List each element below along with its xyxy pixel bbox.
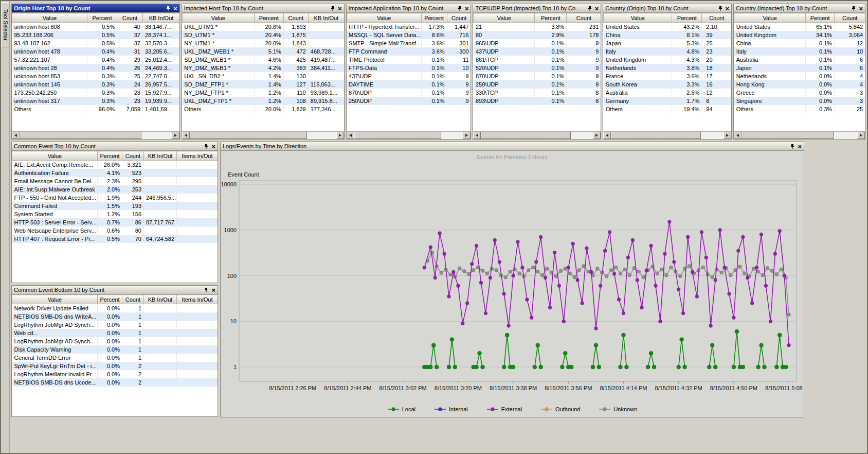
column-header[interactable]: KB In/Out [144, 295, 177, 304]
table-row[interactable]: 173.250.242.2500.3%2315,927.9... [12, 89, 179, 97]
scrollbar-track[interactable] [742, 132, 857, 139]
table-row[interactable]: United States65.1%5,842 [734, 23, 865, 31]
table-row[interactable]: Japan0.1%6 [734, 64, 865, 72]
table-row[interactable]: Others96.0%7,0591,481,59... [12, 105, 179, 113]
table-row[interactable]: 330\TCP0.1%8 [474, 89, 601, 97]
scrollbar-thumb[interactable] [742, 132, 834, 139]
table-row[interactable]: unknown host 4780.4%3133,205.6... [12, 47, 179, 56]
table-row[interactable]: LogRhythm Mediator Invalid Pr...0.0%2 [12, 370, 218, 378]
common-event-bottom-titlebar[interactable]: Common Event Bottom 10 by Count × [12, 286, 218, 294]
column-header[interactable]: Percent [421, 13, 447, 23]
table-row[interactable]: Germany1.7%8 [604, 97, 731, 105]
table-row[interactable]: 93.48.107.1620.5%3732,570.3... [12, 39, 179, 47]
table-row[interactable]: Hong Kong0.0%4 [734, 80, 865, 89]
scroll-right-button[interactable] [172, 132, 179, 139]
scrollbar-thumb[interactable] [481, 132, 570, 139]
table-row[interactable]: NY_UTM1 *20.0%1,843 [182, 39, 343, 47]
pin-icon[interactable] [330, 6, 335, 11]
legend-item-external[interactable]: External [486, 406, 522, 412]
pin-icon[interactable] [166, 6, 171, 11]
table-row[interactable]: 965\UDP0.1%9 [474, 39, 601, 47]
table-row[interactable]: unknown host 8530.3%2522,747.0... [12, 72, 179, 80]
pin-icon[interactable] [718, 6, 723, 11]
close-icon[interactable]: × [797, 143, 802, 150]
table-row[interactable]: unknown host 280.4%2624,469.3... [12, 64, 179, 72]
table-row[interactable]: unknown host 8080.5%4038,146.7... [12, 23, 179, 31]
table-row[interactable]: Italy4.8%23 [604, 47, 731, 56]
legend-item-local[interactable]: Local [387, 406, 415, 412]
table-row[interactable]: Disk Capacity Warning0.0%1 [12, 345, 218, 354]
horizontal-scrollbar[interactable] [473, 131, 601, 139]
column-header[interactable]: Items In/Out [177, 151, 218, 161]
column-header[interactable]: Value [604, 13, 672, 23]
table-row[interactable]: Web cd...0.0%1 [12, 329, 218, 337]
table-row[interactable]: SpWr-Put KeyLgr RnTm Det - i...0.0%2 [12, 362, 218, 370]
scrollbar-thumb[interactable] [20, 132, 141, 139]
table-row[interactable]: SD_UTM1 *20.4%1,875 [182, 31, 343, 39]
table-row[interactable]: HTTP 407 : Request Error - Pr...0.5%7064… [12, 235, 218, 243]
column-header[interactable]: KB In/Out [144, 151, 177, 161]
table-row[interactable]: LogRhythm JobMgr AD Synch...0.0%1 [12, 337, 218, 345]
table-row[interactable]: Australia2.5%12 [604, 89, 731, 97]
table-row[interactable]: Command Failed1.5%193 [12, 202, 218, 210]
table-row[interactable]: 870\UDP0.1%9 [474, 72, 601, 80]
close-icon[interactable]: × [464, 5, 469, 12]
table-row[interactable]: Web Netscape Enterprise Serv...0.6%80 [12, 226, 218, 235]
scroll-right-button[interactable] [593, 132, 601, 139]
table-row[interactable]: Italy0.1%10 [734, 47, 865, 56]
legend-item-outbound[interactable]: Outbound [540, 406, 580, 412]
table-row[interactable]: SMTP - Simple Mail Transf...3.6%301 [347, 39, 471, 47]
table-row[interactable]: 213.8%231 [474, 23, 601, 31]
pin-icon[interactable] [204, 144, 209, 149]
scroll-right-button[interactable] [336, 132, 344, 139]
scroll-left-button[interactable] [603, 132, 611, 139]
table-row[interactable]: DAYTIME0.1%9 [347, 80, 471, 89]
table-row[interactable]: Others20.0%1,839177,346... [182, 105, 343, 113]
horizontal-scrollbar[interactable] [347, 131, 471, 139]
scrollbar-track[interactable] [20, 132, 172, 139]
table-row[interactable]: UKL_DMZ_FTP1 *1.2%10889,915.8... [182, 97, 343, 105]
table-row[interactable]: 95.233.188.2060.5%3728,374.1... [12, 31, 179, 39]
table-row[interactable]: AIE: Ext:Accnt Comp:Remote...26.0%3,321 [12, 161, 218, 169]
table-row[interactable]: unknown host 3170.3%2319,939.9... [12, 97, 179, 105]
scrollbar-track[interactable] [354, 132, 463, 139]
close-icon[interactable]: × [173, 5, 178, 12]
scrollbar-thumb[interactable] [190, 132, 307, 139]
scroll-left-button[interactable] [347, 132, 354, 139]
table-row[interactable]: LogRhythm JobMgr AD Synch...0.0%1 [12, 321, 218, 329]
country-impacted-titlebar[interactable]: Country (Impacted) Top 10 by Count × [734, 4, 865, 13]
table-row[interactable]: Greece0.0%3 [734, 89, 865, 97]
table-row[interactable]: France3.6%17 [604, 72, 731, 80]
column-header[interactable]: Count [122, 151, 144, 161]
table-row[interactable]: Others19.4%94 [604, 105, 731, 113]
column-header[interactable]: Percent [87, 13, 117, 23]
tcp-udp-port-titlebar[interactable]: TCP\UDP Port (Impacted) Top 10 by Co... … [473, 4, 601, 13]
table-row[interactable]: Authentication Failure4.1%523 [12, 169, 218, 177]
scrollbar-track[interactable] [611, 132, 724, 139]
table-row[interactable]: Email Message Cannot Be Del...2.3%295 [12, 177, 218, 185]
impacted-host-titlebar[interactable]: Impacted Host Top 10 by Count × [182, 4, 344, 13]
column-header[interactable]: Value [734, 13, 806, 23]
column-header[interactable]: Value [182, 13, 254, 23]
table-row[interactable]: 520\UDP0.1%9 [474, 64, 601, 72]
column-header[interactable]: Count [283, 13, 308, 23]
scroll-right-button[interactable] [724, 132, 731, 139]
column-header[interactable]: Value [12, 151, 98, 161]
column-header[interactable]: Count [447, 13, 471, 23]
table-row[interactable]: System Started1.2%156 [12, 210, 218, 218]
column-header[interactable]: Items In/Out [177, 295, 218, 304]
table-row[interactable]: UKL_UTM1 *20.6%1,893 [182, 23, 343, 31]
table-row[interactable]: 437\UDP0.1%9 [347, 72, 471, 80]
table-row[interactable]: China8.1%39 [604, 31, 731, 39]
legend-item-unknown[interactable]: Unknown [599, 406, 637, 412]
table-row[interactable]: UKL_DMZ_WEB1 *5.1%472468,728... [182, 47, 343, 56]
horizontal-scrollbar[interactable] [12, 131, 179, 139]
column-header[interactable]: Count [117, 13, 143, 23]
origin-host-titlebar[interactable]: Origin Host Top 10 by Count × [12, 4, 179, 13]
close-icon[interactable]: × [594, 5, 600, 12]
table-row[interactable]: TIME Protocol0.1%11 [347, 56, 471, 64]
scrollbar-track[interactable] [190, 132, 336, 139]
logs-events-chart-titlebar[interactable]: Logs/Events by Time by Direction × [221, 142, 804, 151]
close-icon[interactable]: × [211, 143, 216, 150]
table-row[interactable]: HTTP 503 : Server Error - Serv...0.7%868… [12, 218, 218, 226]
